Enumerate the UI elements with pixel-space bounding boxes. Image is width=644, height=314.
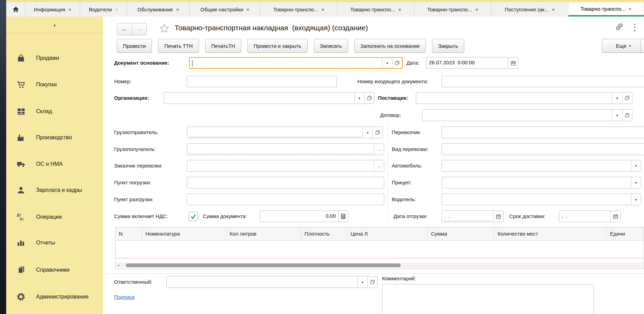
pechat-tn-button[interactable]: ПечатьТН [205,39,241,53]
responsible-open-button[interactable] [367,277,377,288]
contract-input[interactable] [422,110,612,121]
shipper-input[interactable] [187,127,363,138]
shipper-open-button[interactable] [373,127,382,138]
col-summa[interactable]: Сумма [428,227,494,240]
sidebar-item-prodazhi[interactable]: Продажи [6,51,103,65]
sidebar-item-operatsii[interactable]: Дт Кт Операции [6,210,103,224]
tab-ttn-2[interactable]: Товарно-транспо... × [337,2,414,17]
consignee-choose-button[interactable]: ... [374,144,384,155]
doc-base-open-button[interactable] [392,58,402,68]
tab-ttn-3[interactable]: Товарно-транспо... × [414,2,491,17]
organization-input[interactable] [164,93,354,104]
trailer-dropdown-button[interactable]: ▾ [631,177,641,188]
clipped-edge-button[interactable] [641,39,644,53]
incoming-number-input[interactable] [442,76,644,87]
doc-sum-calc-button[interactable] [338,211,348,222]
provesti-button[interactable]: Провести [117,39,152,53]
sidebar-item-os-nma[interactable]: ОС и НМА [6,157,103,171]
ship-date-input[interactable]: . . [442,211,493,222]
supplier-open-button[interactable] [622,93,632,104]
close-icon[interactable]: × [475,7,478,12]
close-icon[interactable]: × [629,6,632,12]
close-icon[interactable]: × [246,7,249,12]
get-link-button[interactable] [614,22,624,32]
tab-voditeli[interactable]: Водители × [80,2,127,17]
tab-postuplenie[interactable]: Поступление (ак... × [491,2,568,17]
more-button[interactable]: Еще ▾ [602,39,644,53]
doc-base-input[interactable] [190,58,382,68]
signatures-link[interactable]: Подписи [114,294,135,300]
favorite-button[interactable] [159,23,170,34]
col-n[interactable]: N [115,227,142,240]
responsible-input[interactable] [167,277,357,288]
contract-dropdown-button[interactable]: ▾ [612,110,622,121]
close-icon[interactable]: × [176,7,179,12]
tab-ttn-1[interactable]: Товарно-транспо... × [260,2,337,17]
transport-customer-input[interactable] [187,160,374,171]
col-nomenklatura[interactable]: Номенклатура [142,227,226,240]
supplier-dropdown-button[interactable]: ▾ [612,93,622,104]
scroll-left-arrow[interactable] [117,264,119,267]
transport-customer-choose-button[interactable]: ... [374,160,384,171]
col-edinitsa[interactable]: Едини [607,227,644,240]
sidebar-item-otchety[interactable]: Отчеты [6,236,103,250]
tab-ttn-active[interactable]: Товарно-транспо... × [568,2,644,17]
provesti-i-zakryt-button[interactable]: Провести и закрыть [247,39,308,53]
carrier-input[interactable] [442,127,644,138]
scrollbar-thumb[interactable] [126,263,401,267]
sidebar-item-spravochniki[interactable]: Справочники [6,263,103,277]
organization-open-button[interactable] [364,93,374,104]
zakryt-button[interactable]: Закрыть [432,39,464,53]
consignee-input[interactable] [187,144,374,155]
sidebar-item-zarplata[interactable]: Зарплата и кадры [6,183,103,197]
col-plotnost[interactable]: Плотность [301,227,347,240]
tab-obsluzhivanie[interactable]: Обслуживание × [127,2,190,17]
tab-informatsiya[interactable]: Информация × [25,2,80,17]
unloading-point-input[interactable] [187,194,384,205]
zapisat-button[interactable]: Записать [314,39,348,53]
doc-sum-input[interactable]: 0,00 [260,211,338,222]
sidebar-item-administrirovanie[interactable]: Администрирование [6,290,103,304]
zapolnit-na-osnovanii-button[interactable]: Заполнить на основании [354,39,426,53]
delivery-calendar-button[interactable] [610,211,620,222]
organization-dropdown-button[interactable]: ▾ [354,93,364,104]
vehicle-input[interactable] [442,160,631,171]
more-menu-button[interactable] [632,23,637,32]
sidebar-item-proizvodstvo[interactable]: Производство [6,131,103,144]
vehicle-dropdown-button[interactable]: ▾ [631,160,641,171]
close-icon[interactable]: × [552,7,555,12]
delivery-input[interactable]: . . [559,211,610,222]
comment-textarea[interactable] [382,284,594,314]
horizontal-scrollbar[interactable] [115,263,643,268]
sidebar-item-pokupki[interactable]: Покупки [6,78,103,91]
tab-home[interactable] [6,2,25,17]
contract-open-button[interactable] [622,110,632,121]
date-calendar-button[interactable] [508,57,518,68]
trailer-input[interactable] [442,177,631,188]
close-icon[interactable]: × [68,7,71,12]
forward-button[interactable]: → [132,23,146,35]
sidebar-collapse-button[interactable]: ▲ [6,21,103,29]
vat-checkbox[interactable] [189,212,198,221]
date-input[interactable]: 26.07.2023 0:00:00 [426,57,508,68]
number-input[interactable] [187,76,336,87]
pechat-ttn-button[interactable]: Печать ТТН [158,39,199,53]
tab-obshchie-nastroyki[interactable]: Общие настройки × [190,2,260,17]
close-icon[interactable]: × [115,7,118,12]
sidebar-item-sklad[interactable]: Склад [6,105,103,118]
transport-kind-input[interactable] [442,144,644,155]
back-button[interactable]: ← [117,23,132,35]
doc-base-dropdown-button[interactable]: ▾ [382,58,392,68]
driver-dropdown-button[interactable]: ▾ [631,194,641,205]
ship-date-calendar-button[interactable] [493,211,503,222]
shipper-dropdown-button[interactable]: ▾ [363,127,373,138]
supplier-input[interactable] [416,93,612,104]
loading-point-input[interactable] [187,177,384,188]
col-kol-litrov[interactable]: Кол литров [226,227,301,240]
responsible-dropdown-button[interactable]: ▾ [357,277,367,288]
close-icon[interactable]: × [398,7,401,12]
driver-input[interactable] [442,194,631,205]
col-tsena-l[interactable]: Цена Л [347,227,428,240]
close-icon[interactable]: × [321,7,324,12]
col-kolichestvo-mest[interactable]: Количество мест [494,227,607,240]
